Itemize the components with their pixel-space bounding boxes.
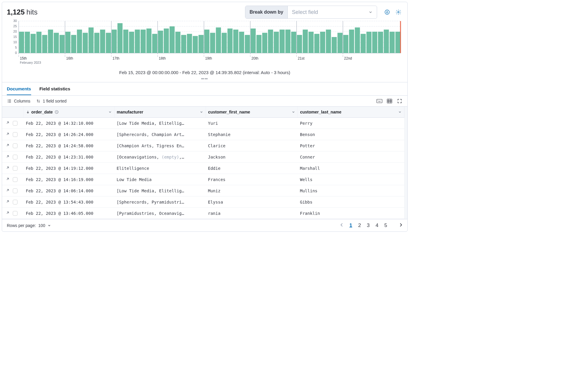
col-header-customer-first-name[interactable]: customer_first_name bbox=[206, 107, 298, 118]
cell-first-name[interactable]: rania bbox=[206, 208, 298, 219]
cell-last-name[interactable]: Mullins bbox=[298, 185, 404, 196]
cell-last-name[interactable]: Conner bbox=[298, 151, 404, 163]
expand-icon[interactable] bbox=[6, 121, 10, 126]
page-1[interactable]: 1 bbox=[349, 223, 352, 228]
svg-rect-59 bbox=[216, 28, 221, 53]
col-header-customer-last-name[interactable]: customer_last_name bbox=[298, 107, 404, 118]
page-3[interactable]: 3 bbox=[367, 223, 370, 228]
table-density-icon[interactable] bbox=[387, 98, 392, 104]
page-2[interactable]: 2 bbox=[358, 223, 361, 228]
tab-documents[interactable]: Documents bbox=[7, 83, 31, 95]
chevron-down-icon bbox=[368, 10, 373, 14]
cell-manufacturer[interactable]: Low Tide Media bbox=[114, 174, 206, 185]
row-checkbox[interactable] bbox=[13, 155, 18, 159]
svg-rect-57 bbox=[204, 30, 209, 53]
chevron-down-icon bbox=[108, 110, 112, 114]
rows-per-page-button[interactable]: Rows per page: 100 bbox=[7, 223, 51, 228]
breakdown-select[interactable]: Select field bbox=[288, 6, 377, 18]
resize-handle[interactable]: ══ bbox=[2, 76, 407, 82]
svg-text:25: 25 bbox=[13, 24, 17, 28]
cell-first-name[interactable]: Clarice bbox=[206, 140, 298, 151]
cell-order-date[interactable]: Feb 22, 2023 @ 13:46:05.000 bbox=[23, 208, 114, 219]
cell-first-name[interactable]: Eddie bbox=[206, 163, 298, 174]
svg-rect-90 bbox=[395, 32, 401, 53]
cell-order-date[interactable]: Feb 22, 2023 @ 14:32:10.000 bbox=[23, 118, 114, 129]
page-prev[interactable] bbox=[340, 222, 344, 228]
columns-button[interactable]: Columns bbox=[7, 99, 30, 103]
cell-order-date[interactable]: Feb 22, 2023 @ 14:23:31.000 bbox=[23, 151, 114, 163]
cell-order-date[interactable]: Feb 22, 2023 @ 14:24:58.000 bbox=[23, 140, 114, 151]
cell-manufacturer[interactable]: [Low Tide Media, Elitellig… bbox=[114, 185, 206, 196]
cell-first-name[interactable]: Stephanie bbox=[206, 129, 298, 140]
cell-manufacturer[interactable]: [Low Tide Media, Elitellig… bbox=[114, 118, 206, 129]
svg-rect-31 bbox=[54, 33, 59, 53]
cell-last-name[interactable]: Gibbs bbox=[298, 196, 404, 208]
cell-order-date[interactable]: Feb 22, 2023 @ 14:26:24.000 bbox=[23, 129, 114, 140]
row-checkbox[interactable] bbox=[13, 211, 18, 216]
expand-icon[interactable] bbox=[6, 211, 10, 216]
cell-manufacturer[interactable]: [Spherecords, Pyramidustri… bbox=[114, 196, 206, 208]
page-5[interactable]: 5 bbox=[384, 223, 387, 228]
cell-last-name[interactable]: Wells bbox=[298, 174, 404, 185]
cell-first-name[interactable]: Elyssa bbox=[206, 196, 298, 208]
svg-rect-61 bbox=[228, 28, 233, 53]
expand-icon[interactable] bbox=[6, 188, 10, 193]
cell-last-name[interactable]: Benson bbox=[298, 129, 404, 140]
cell-manufacturer[interactable]: [Pyramidustries, Oceanavig… bbox=[114, 208, 206, 219]
cell-manufacturer[interactable]: [Champion Arts, Tigress En… bbox=[114, 140, 206, 151]
cell-first-name[interactable]: Jackson bbox=[206, 151, 298, 163]
cell-last-name[interactable]: Potter bbox=[298, 140, 404, 151]
col-header-controls bbox=[2, 107, 23, 118]
histogram-chart[interactable]: 051015202530 15th16th17th18th19th20th21s… bbox=[2, 20, 407, 68]
svg-point-0 bbox=[385, 10, 390, 15]
cell-last-name[interactable]: Franklin bbox=[298, 208, 404, 219]
col-header-manufacturer[interactable]: manufacturer bbox=[114, 107, 206, 118]
row-checkbox[interactable] bbox=[13, 177, 18, 182]
expand-icon[interactable] bbox=[6, 199, 10, 204]
expand-icon[interactable] bbox=[6, 143, 10, 148]
keyboard-icon[interactable] bbox=[376, 98, 382, 104]
svg-rect-39 bbox=[100, 30, 105, 53]
cell-manufacturer[interactable]: Elitelligence bbox=[114, 163, 206, 174]
page-next[interactable] bbox=[399, 222, 403, 228]
page-4[interactable]: 4 bbox=[376, 223, 378, 228]
cell-order-date[interactable]: Feb 22, 2023 @ 14:16:19.000 bbox=[23, 174, 114, 185]
expand-icon[interactable] bbox=[6, 154, 10, 159]
expand-icon[interactable] bbox=[6, 177, 10, 182]
edit-visualization-icon[interactable] bbox=[383, 8, 391, 16]
svg-rect-73 bbox=[297, 35, 302, 53]
cell-order-date[interactable]: Feb 22, 2023 @ 14:06:14.000 bbox=[23, 185, 114, 196]
tab-field-statistics[interactable]: Field statistics bbox=[39, 83, 70, 95]
row-checkbox[interactable] bbox=[13, 166, 18, 171]
cell-first-name[interactable]: Yuri bbox=[206, 118, 298, 129]
svg-rect-67 bbox=[262, 33, 267, 53]
cell-order-date[interactable]: Feb 22, 2023 @ 14:19:12.000 bbox=[23, 163, 114, 174]
expand-icon[interactable] bbox=[6, 132, 10, 137]
row-checkbox[interactable] bbox=[13, 188, 18, 193]
fullscreen-icon[interactable] bbox=[397, 98, 403, 104]
expand-icon[interactable] bbox=[6, 166, 10, 171]
cell-first-name[interactable]: Muniz bbox=[206, 185, 298, 196]
cell-manufacturer[interactable]: [Oceanavigations, (empty),… bbox=[114, 151, 206, 163]
svg-text:15: 15 bbox=[13, 35, 17, 39]
clock-icon bbox=[55, 110, 59, 114]
row-checkbox[interactable] bbox=[13, 132, 18, 137]
row-checkbox[interactable] bbox=[13, 200, 18, 204]
cell-manufacturer[interactable]: [Spherecords, Champion Art… bbox=[114, 129, 206, 140]
scrollbar[interactable] bbox=[404, 107, 407, 219]
svg-text:17th: 17th bbox=[112, 56, 119, 60]
cell-last-name[interactable]: Marshall bbox=[298, 163, 404, 174]
col-header-order-date[interactable]: order_date bbox=[23, 107, 114, 118]
svg-rect-54 bbox=[187, 34, 192, 53]
svg-rect-32 bbox=[60, 35, 65, 53]
svg-text:16th: 16th bbox=[66, 56, 73, 60]
row-checkbox[interactable] bbox=[13, 143, 18, 148]
svg-rect-51 bbox=[170, 26, 175, 53]
cell-last-name[interactable]: Perry bbox=[298, 118, 404, 129]
row-checkbox[interactable] bbox=[13, 121, 18, 126]
cell-first-name[interactable]: Frances bbox=[206, 174, 298, 185]
gear-icon[interactable] bbox=[394, 8, 403, 16]
sort-button[interactable]: 1 field sorted bbox=[36, 99, 66, 103]
cell-order-date[interactable]: Feb 22, 2023 @ 13:54:43.000 bbox=[23, 196, 114, 208]
svg-rect-49 bbox=[158, 31, 163, 53]
